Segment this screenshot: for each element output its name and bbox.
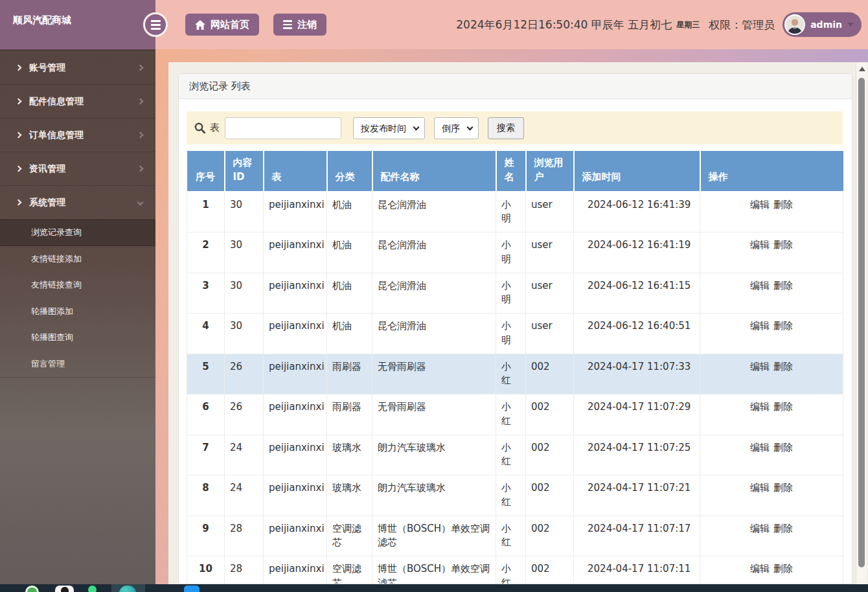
site-home-button[interactable]: 网站首页	[185, 14, 259, 36]
order-select[interactable]: 倒序	[434, 117, 479, 139]
delete-link[interactable]: 删除	[773, 280, 793, 291]
table-row: 1028peijianxinxi空调滤芯博世（BOSCH）单效空调滤芯小红002…	[187, 556, 843, 585]
cell-category: 机油	[327, 273, 372, 313]
edit-link[interactable]: 编辑	[750, 199, 770, 211]
cell-name: 小红	[496, 435, 526, 475]
table-row: 230peijianxinxi机油昆仑润滑油小明user2024-06-12 1…	[187, 233, 843, 273]
cell-part_name: 昆仑润滑油	[372, 192, 496, 233]
cell-no: 4	[187, 313, 225, 354]
cell-part_name: 无骨雨刷器	[372, 354, 496, 394]
sidebar-subitem-carousel-query[interactable]: 轮播图查询	[0, 324, 155, 351]
sidebar-item-news[interactable]: 资讯管理	[0, 152, 155, 186]
sort-select-wrap: 按发布时间	[353, 117, 425, 139]
logout-button[interactable]: 注销	[273, 14, 326, 36]
permission-text: 权限：管理员	[709, 17, 775, 32]
edit-link[interactable]: 编辑	[750, 523, 770, 534]
scrollbar-thumb[interactable]	[858, 78, 865, 567]
sidebar-subitem-friendlink-query[interactable]: 友情链接查询	[0, 272, 155, 299]
taskbar-app-icon[interactable]	[25, 586, 39, 592]
cell-no: 2	[187, 233, 225, 273]
sidebar-subitem-label: 友情链接添加	[31, 253, 82, 265]
sidebar-subitem-friendlink-add[interactable]: 友情链接添加	[0, 246, 155, 273]
taskbar-app-icon[interactable]	[88, 586, 97, 592]
edit-link[interactable]: 编辑	[750, 482, 770, 494]
cell-time: 2024-06-12 16:41:39	[574, 192, 700, 233]
list-icon	[283, 20, 292, 29]
delete-link[interactable]: 删除	[773, 563, 793, 575]
app-title: 顺风汽配商城	[0, 0, 155, 49]
chevron-right-icon	[16, 132, 22, 139]
edit-link[interactable]: 编辑	[750, 361, 770, 372]
cell-name: 小红	[496, 475, 526, 516]
edit-link[interactable]: 编辑	[750, 563, 770, 575]
column-header: 姓名	[496, 151, 526, 192]
edit-link[interactable]: 编辑	[750, 442, 770, 453]
search-button[interactable]: 搜索	[488, 117, 524, 139]
delete-link[interactable]: 删除	[773, 361, 793, 372]
sidebar-subitem-carousel-add[interactable]: 轮播图添加	[0, 299, 155, 325]
sidebar-item-orders[interactable]: 订单信息管理	[0, 119, 155, 152]
sidebar-subitem-label: 友情链接查询	[31, 279, 82, 291]
cell-time: 2024-04-17 11:07:21	[574, 475, 700, 516]
cell-viewer: 002	[526, 354, 574, 394]
sort-select[interactable]: 按发布时间	[353, 117, 425, 139]
delete-link[interactable]: 删除	[773, 523, 793, 534]
cell-actions: 编辑删除	[700, 475, 843, 516]
delete-link[interactable]: 删除	[773, 239, 793, 251]
cell-viewer: user	[526, 233, 574, 273]
cell-table: peijianxinxi	[264, 556, 327, 585]
cell-no: 5	[187, 354, 225, 394]
sidebar-subitem-browse-history[interactable]: 浏览记录查询	[0, 220, 155, 246]
chevron-right-icon	[137, 132, 144, 139]
vertical-scrollbar[interactable]	[856, 62, 867, 584]
table-row: 928peijianxinxi空调滤芯博世（BOSCH）单效空调滤芯小红0022…	[187, 516, 843, 556]
sidebar-item-account[interactable]: 账号管理	[0, 51, 155, 85]
table-row: 430peijianxinxi机油昆仑润滑油小明user2024-06-12 1…	[187, 313, 843, 354]
column-header: 表	[264, 151, 327, 192]
panel-title: 浏览记录 列表	[179, 74, 852, 99]
cell-table: peijianxinxi	[264, 435, 327, 475]
cell-name: 小红	[496, 354, 526, 394]
sidebar-item-system[interactable]: 系统管理	[0, 186, 155, 220]
cell-table: peijianxinxi	[264, 516, 327, 556]
sidebar-subitem-messages[interactable]: 留言管理	[0, 351, 155, 378]
admin-avatar	[784, 14, 805, 35]
topbar-right: 网站首页 注销 2024年6月12日16:50:40 甲辰年 五月初七 星期三 …	[155, 0, 868, 49]
delete-link[interactable]: 删除	[773, 199, 793, 211]
chevron-right-icon	[16, 98, 22, 105]
scroll-up-arrow-icon[interactable]	[859, 67, 865, 71]
chevron-right-icon	[137, 166, 144, 172]
taskbar-app-icon[interactable]	[184, 586, 200, 592]
edit-link[interactable]: 编辑	[750, 239, 770, 251]
cell-table: peijianxinxi	[264, 394, 327, 435]
delete-link[interactable]: 删除	[773, 401, 793, 413]
column-header: 操作	[700, 151, 843, 192]
taskbar	[0, 584, 868, 592]
edit-link[interactable]: 编辑	[750, 280, 770, 291]
cell-actions: 编辑删除	[700, 556, 843, 585]
delete-link[interactable]: 删除	[773, 320, 793, 332]
system-submenu: 浏览记录查询 友情链接添加 友情链接查询 轮播图添加 轮播图查询 留言管理	[0, 220, 155, 378]
sidebar-toggle-button[interactable]	[143, 12, 168, 37]
sidebar-item-parts-info[interactable]: 配件信息管理	[0, 85, 155, 119]
sidebar-item-label: 系统管理	[29, 197, 65, 209]
delete-link[interactable]: 删除	[773, 482, 793, 494]
cell-content_id: 24	[225, 435, 264, 475]
cell-category: 玻璃水	[327, 435, 372, 475]
clock-group: 2024年6月12日16:50:40 甲辰年 五月初七 星期三 权限：管理员 a…	[456, 12, 862, 37]
datetime-text: 2024年6月12日16:50:40 甲辰年 五月初七	[456, 17, 672, 32]
cell-table: peijianxinxi	[264, 313, 327, 354]
user-menu[interactable]: admin	[782, 12, 862, 37]
edit-link[interactable]: 编辑	[750, 401, 770, 413]
edit-link[interactable]: 编辑	[750, 320, 770, 332]
cell-time: 2024-06-12 16:41:19	[574, 233, 700, 273]
cell-table: peijianxinxi	[264, 233, 327, 273]
cell-category: 机油	[327, 192, 372, 233]
taskbar-app-icon[interactable]	[55, 586, 74, 592]
logout-label: 注销	[297, 19, 317, 31]
delete-link[interactable]: 删除	[773, 442, 793, 453]
cell-name: 小红	[496, 556, 526, 585]
search-input[interactable]	[225, 117, 341, 139]
cell-category: 空调滤芯	[327, 516, 372, 556]
cell-part_name: 博世（BOSCH）单效空调滤芯	[372, 516, 496, 556]
